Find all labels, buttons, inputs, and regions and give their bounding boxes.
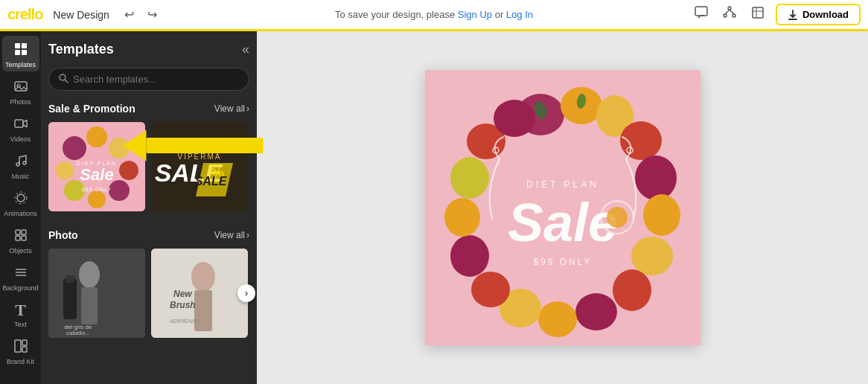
design-title: New Design: [53, 9, 109, 21]
videos-icon: [13, 116, 28, 133]
svg-point-2: [724, 14, 727, 17]
svg-point-53: [79, 261, 100, 288]
videos-label: Videos: [10, 135, 31, 143]
sidebar-item-text[interactable]: T Text: [2, 296, 39, 331]
svg-rect-12: [15, 82, 27, 91]
objects-icon: [13, 228, 28, 245]
photo-view-all[interactable]: View all ›: [214, 230, 249, 240]
svg-point-79: [444, 198, 480, 237]
svg-point-29: [60, 74, 66, 80]
brand-kit-icon: [13, 339, 28, 356]
svg-point-70: [635, 156, 677, 200]
svg-point-74: [575, 293, 617, 330]
undo-redo-group: ↩ ↪: [120, 6, 162, 23]
photo-thumb-1-svg: del gris de cabello...: [48, 249, 145, 338]
svg-point-1: [728, 7, 731, 10]
svg-rect-56: [66, 275, 74, 283]
svg-rect-54: [81, 287, 98, 324]
svg-rect-19: [16, 230, 20, 234]
sidebar-item-photos[interactable]: Photos: [2, 73, 39, 109]
svg-point-78: [450, 235, 489, 277]
share-button[interactable]: [719, 2, 740, 27]
svg-rect-8: [15, 43, 20, 48]
sidebar-item-templates[interactable]: Templates: [2, 36, 39, 71]
svg-point-75: [538, 301, 577, 337]
svg-rect-26: [15, 340, 21, 352]
svg-point-17: [17, 194, 25, 202]
sidebar-item-objects[interactable]: Objects: [2, 222, 39, 257]
animations-label: Animations: [4, 210, 37, 217]
main-layout: Templates Photos Videos Music Animations: [0, 31, 868, 384]
download-label: Download: [802, 9, 849, 20]
sidebar-item-animations[interactable]: Animations: [2, 185, 39, 220]
comment-button[interactable]: [691, 2, 712, 27]
undo-button[interactable]: ↩: [120, 6, 138, 23]
or-text: or: [495, 9, 504, 20]
logo-text: crello: [7, 6, 42, 22]
brand-kit-label: Brand Kit: [7, 358, 34, 365]
svg-point-82: [494, 100, 535, 137]
svg-rect-21: [16, 236, 20, 240]
animations-icon: [13, 191, 28, 208]
music-label: Music: [12, 173, 30, 180]
photo-title: Photo: [48, 229, 78, 241]
sidebar-item-background[interactable]: Background: [2, 259, 39, 295]
sale-promotion-title: Sale & Promotion: [48, 103, 135, 115]
app-logo: crello: [7, 6, 42, 23]
search-bar: [48, 68, 249, 91]
arrow-annotation: [123, 115, 257, 178]
log-in-link[interactable]: Log In: [506, 9, 533, 20]
svg-point-91: [607, 207, 628, 228]
svg-point-32: [63, 136, 86, 160]
photo-chevron-right-icon: ›: [246, 230, 249, 240]
svg-rect-0: [695, 7, 707, 16]
panel-collapse-button[interactable]: «: [242, 42, 249, 57]
svg-line-30: [66, 80, 68, 83]
photo-section-header: Photo View all ›: [48, 229, 249, 241]
background-icon: [13, 265, 28, 282]
svg-point-37: [88, 191, 106, 208]
photo-next-arrow[interactable]: ›: [237, 284, 255, 302]
objects-label: Objects: [9, 247, 32, 255]
background-label: Background: [2, 284, 38, 292]
svg-text:Brush: Brush: [170, 300, 196, 310]
svg-text:DIET PLAN: DIET PLAN: [526, 179, 599, 190]
redo-button[interactable]: ↪: [143, 6, 162, 23]
svg-point-72: [631, 237, 673, 275]
search-input[interactable]: [73, 74, 240, 85]
svg-line-5: [730, 10, 734, 14]
view-all-label: View all: [214, 103, 245, 114]
photo-section-grid: del gris de cabello... New Brush ADRIENN…: [48, 249, 249, 338]
svg-text:$99 ONLY: $99 ONLY: [533, 257, 592, 267]
svg-point-73: [613, 269, 651, 311]
svg-rect-50: [146, 138, 257, 153]
svg-point-71: [643, 194, 680, 236]
svg-rect-28: [22, 347, 27, 352]
svg-rect-55: [63, 278, 77, 319]
icon-nav: Templates Photos Videos Music Animations: [0, 31, 41, 384]
sidebar-item-videos[interactable]: Videos: [2, 110, 39, 146]
photo-template-2[interactable]: New Brush ADRIENNE: [151, 249, 248, 338]
svg-point-33: [86, 127, 107, 147]
search-icon: [58, 73, 68, 86]
svg-rect-20: [22, 230, 26, 234]
canvas-area: DIET PLAN Sale $99 ONLY: [257, 31, 868, 384]
design-canvas[interactable]: DIET PLAN Sale $99 ONLY: [425, 70, 701, 345]
svg-point-80: [450, 157, 489, 199]
text-icon: T: [15, 302, 26, 319]
svg-rect-9: [22, 43, 27, 48]
svg-point-69: [620, 121, 662, 160]
sign-up-link[interactable]: Sign Up: [458, 9, 492, 20]
resize-button[interactable]: [747, 2, 768, 27]
download-button[interactable]: Download: [776, 4, 861, 25]
sale-promotion-view-all[interactable]: View all ›: [214, 103, 249, 114]
svg-line-4: [725, 10, 730, 14]
svg-point-16: [23, 161, 26, 164]
sidebar-item-brand-kit[interactable]: Brand Kit: [2, 333, 39, 368]
photo-template-1[interactable]: del gris de cabello...: [48, 249, 145, 338]
svg-rect-61: [194, 290, 212, 331]
svg-rect-11: [22, 50, 27, 55]
svg-rect-14: [15, 120, 23, 127]
sidebar-item-music[interactable]: Music: [2, 147, 39, 183]
svg-text:New: New: [173, 289, 192, 299]
